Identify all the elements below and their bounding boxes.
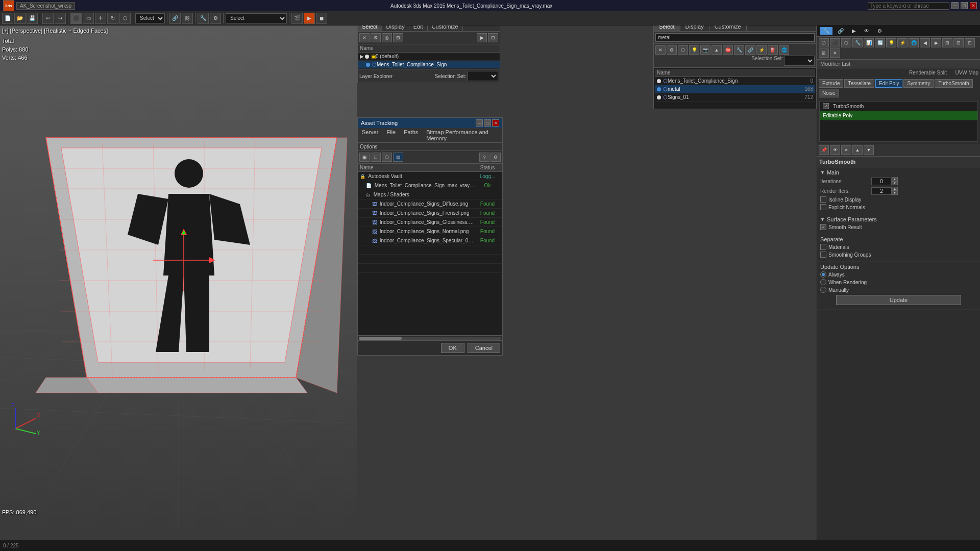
ts-iterations-input[interactable] [871, 178, 892, 185]
select-region-btn[interactable]: ▭ [83, 13, 94, 24]
link-btn[interactable]: 🔗 [169, 13, 181, 24]
ts-explicit-checkbox[interactable] [820, 204, 826, 210]
mod-stack-item-editable-poly[interactable]: Editable Poly [820, 111, 977, 120]
active-shade-btn[interactable]: ◼ [316, 13, 327, 24]
mod-move-up-btn[interactable]: ▲ [852, 145, 863, 155]
new-btn[interactable]: 📄 [2, 13, 13, 24]
at-minimize-btn[interactable]: ─ [476, 119, 483, 127]
at-row-5[interactable]: 🖼 Indoor_Compliance_Signs_Glossiness.png… [358, 218, 502, 227]
mod-show-all-btn[interactable]: 👁 [830, 145, 840, 155]
mod-tool-6[interactable]: 🔄 [875, 38, 885, 47]
sfs-filter-btn-4[interactable]: 💡 [689, 45, 699, 55]
sfs-selection-set-dropdown[interactable] [784, 56, 815, 66]
sfs-filter-btn-9[interactable]: 🔗 [745, 45, 755, 55]
mod-tool-8[interactable]: ⚡ [897, 38, 908, 47]
mod-pin-btn[interactable]: 📌 [819, 145, 829, 155]
ts-iterations-up[interactable]: ▲ [892, 177, 898, 181]
at-row-1[interactable]: 📄 Mens_Toilet_Compliance_Sign_max_vray.m… [358, 181, 502, 190]
mod-btn-extrude[interactable]: Extrude [819, 79, 843, 88]
ts-smoothing-checkbox[interactable] [820, 252, 826, 258]
at-close-btn[interactable]: ✕ [492, 119, 499, 127]
mod-move-down-btn[interactable]: ▼ [864, 145, 874, 155]
mod-tool-15[interactable]: ⊠ [819, 48, 829, 58]
at-row-3[interactable]: 🖼 Indoor_Compliance_Signs_Diffuse.png Fo… [358, 199, 502, 209]
at-help-btn[interactable]: ? [479, 153, 489, 162]
at-btn-4[interactable]: ▤ [393, 153, 403, 162]
select-dropdown-1[interactable]: Select [135, 13, 165, 23]
se-btn-6[interactable]: ⊡ [488, 33, 498, 42]
mod-tool-10[interactable]: ◀ [920, 38, 930, 47]
mod-tab-hierarchy[interactable]: 🔗 [835, 27, 847, 35]
se-btn-2[interactable]: ⚙ [371, 33, 381, 42]
at-row-6[interactable]: 🖼 Indoor_Compliance_Signs_Normal.png Fou… [358, 227, 502, 236]
sfs-search-input[interactable] [655, 33, 815, 42]
app-tab[interactable]: AK_Screenshot_wrksp [16, 2, 75, 10]
mod-btn-turbosmooth[interactable]: TurboSmooth [935, 79, 972, 88]
mod-tab-utilities[interactable]: ⚙ [874, 27, 885, 35]
at-row-7[interactable]: 🖼 Indoor_Compliance_Signs_Specular_02.pn… [358, 236, 502, 245]
at-row-2[interactable]: 🗂 Maps / Shaders [358, 190, 502, 199]
angle-snap[interactable]: ⚙ [210, 13, 221, 24]
ts-render-iters-down[interactable]: ▼ [892, 191, 898, 195]
at-settings-btn[interactable]: ⚙ [491, 153, 501, 162]
sfs-filter-btn-10[interactable]: ⚡ [756, 45, 767, 55]
mod-stack-item-turbosmooth[interactable]: ✓ TurboSmooth [820, 102, 977, 111]
ts-manually-radio[interactable] [820, 287, 826, 293]
mod-btn-symmetry[interactable]: Symmetry [903, 79, 934, 88]
sfs-item-2[interactable]: ⬡ Signs_01 712 [655, 93, 815, 102]
at-menu-server[interactable]: Server [358, 128, 382, 142]
mod-tool-11[interactable]: ▶ [931, 38, 941, 47]
at-menu-file[interactable]: File [382, 128, 400, 142]
mod-stack-checkbox-1[interactable]: ✓ [823, 103, 829, 109]
se-btn-1[interactable]: ✕ [359, 33, 370, 42]
ts-render-iters-input[interactable] [871, 187, 892, 195]
rotate-btn[interactable]: ↻ [107, 13, 118, 24]
mod-btn-tessellate[interactable]: Tessellate [844, 79, 874, 88]
at-btn-1[interactable]: ▣ [359, 153, 370, 162]
mod-tool-7[interactable]: 💡 [886, 38, 896, 47]
sfs-filter-btn-5[interactable]: 📷 [700, 45, 710, 55]
at-btn-2[interactable]: □ [371, 153, 381, 162]
save-btn[interactable]: 💾 [27, 13, 38, 24]
ts-smooth-result-checkbox[interactable]: ✓ [820, 224, 826, 230]
unlink-btn[interactable]: ⛓ [182, 13, 193, 24]
mod-delete-btn[interactable]: ✕ [841, 145, 851, 155]
at-ok-btn[interactable]: OK [441, 343, 464, 353]
sfs-filter-btn-3[interactable]: ⬡ [678, 45, 688, 55]
ts-iterations-down[interactable]: ▼ [892, 181, 898, 185]
ts-render-iters-up[interactable]: ▲ [892, 187, 898, 191]
mod-tool-14[interactable]: ⊡ [965, 38, 975, 47]
scale-btn[interactable]: ⬡ [119, 13, 131, 24]
at-btn-3[interactable]: ⬡ [382, 153, 392, 162]
at-scrollbar-thumb[interactable] [359, 337, 402, 340]
at-cancel-btn[interactable]: Cancel [468, 343, 500, 353]
snap-toggle[interactable]: 🔧 [198, 13, 209, 24]
keyword-search[interactable] [868, 2, 949, 10]
at-restore-btn[interactable]: □ [484, 119, 491, 127]
sfs-filter-btn-1[interactable]: ✕ [655, 45, 666, 55]
select-obj-btn[interactable]: ⬛ [70, 13, 82, 24]
mod-tool-12[interactable]: ⊞ [942, 38, 952, 47]
mod-tool-5[interactable]: 📊 [864, 38, 874, 47]
ts-isoline-checkbox[interactable] [820, 196, 826, 203]
sfs-filter-btn-11[interactable]: ⛽ [768, 45, 778, 55]
move-btn[interactable]: ✛ [95, 13, 106, 24]
sfs-filter-btn-7[interactable]: ⛔ [723, 45, 733, 55]
select-dropdown-2[interactable]: Select [226, 13, 287, 23]
mod-tab-modify[interactable]: 🔧 [820, 27, 832, 35]
se-row-1[interactable]: ⬡ Mens_Toilet_Compliance_Sign [358, 61, 500, 69]
app-logo[interactable]: 3ds [3, 0, 14, 11]
at-row-0[interactable]: 🔒 Autodesk Vault Logg... [358, 172, 502, 181]
mod-tool-9[interactable]: 🌐 [909, 38, 919, 47]
ts-surface-header[interactable]: ▼ Surface Parameters [820, 216, 977, 222]
se-btn-5[interactable]: ▶ [477, 33, 487, 42]
sfs-filter-btn-2[interactable]: ⚙ [667, 45, 677, 55]
ts-update-btn[interactable]: Update [836, 295, 962, 305]
at-scrollbar[interactable] [358, 335, 502, 340]
at-menu-paths[interactable]: Paths [400, 128, 422, 142]
mod-btn-edit-poly[interactable]: Edit Poly [875, 79, 902, 88]
sfs-filter-btn-12[interactable]: 🌐 [779, 45, 789, 55]
render-setup-btn[interactable]: 🎬 [291, 13, 303, 24]
ts-always-radio[interactable] [820, 271, 826, 278]
ts-main-header[interactable]: ▼ Main [820, 169, 977, 176]
